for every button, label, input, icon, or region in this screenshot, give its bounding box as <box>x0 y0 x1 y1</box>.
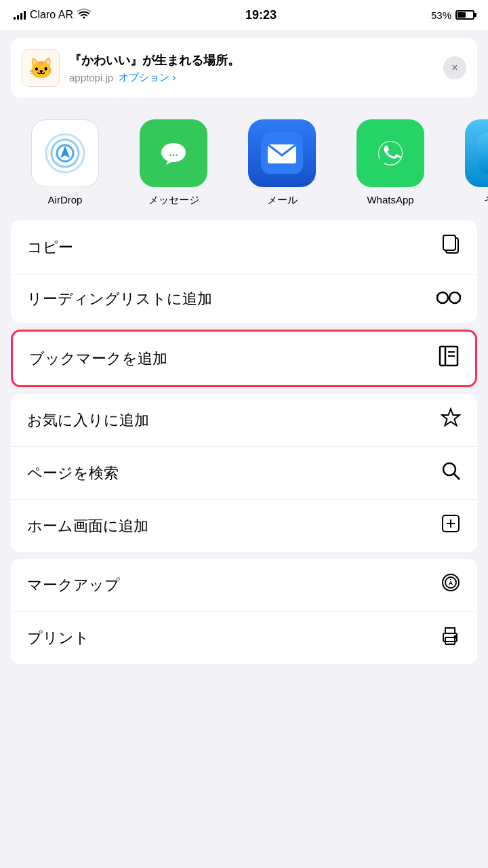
svg-point-39 <box>455 636 457 638</box>
svg-marker-27 <box>442 409 460 426</box>
action-bookmark[interactable]: ブックマークを追加 <box>13 332 475 385</box>
status-time: 19:23 <box>245 8 277 22</box>
app-item-more[interactable]: その他 <box>445 119 488 207</box>
preview-text: 『かわいい』が生まれる場所。 apptopi.jp オプション › <box>69 52 240 84</box>
url-line: apptopi.jp オプション › <box>69 71 240 84</box>
carrier-label: Claro AR <box>30 9 73 21</box>
svg-line-21 <box>436 295 437 298</box>
signal-icon <box>14 10 26 20</box>
svg-line-22 <box>460 295 461 298</box>
svg-rect-17 <box>443 235 455 250</box>
action-section-3: お気に入りに追加 ページを検索 ホーム画面に追加 <box>11 394 477 552</box>
action-print[interactable]: プリント <box>11 612 477 664</box>
markup-label: マークアップ <box>27 575 120 595</box>
favorites-label: お気に入りに追加 <box>27 410 149 431</box>
svg-text:A: A <box>449 580 453 587</box>
whatsapp-icon <box>357 119 424 187</box>
app-row: AirDrop ... メッセージ <box>0 106 488 220</box>
svg-line-29 <box>454 474 460 479</box>
svg-point-18 <box>437 292 448 303</box>
whatsapp-label: WhatsApp <box>367 194 413 205</box>
svg-rect-12 <box>478 132 488 174</box>
messages-icon: ... <box>140 119 207 187</box>
action-find-on-page[interactable]: ページを検索 <box>11 447 477 500</box>
reading-list-label: リーディングリストに追加 <box>27 289 212 309</box>
share-sheet: 🐱 『かわいい』が生まれる場所。 apptopi.jp オプション › × <box>0 38 488 691</box>
preview-domain: apptopi.jp <box>69 72 113 83</box>
plus-square-icon <box>441 513 461 538</box>
search-icon <box>441 460 461 486</box>
more-icon <box>465 119 488 187</box>
mail-icon <box>248 119 316 187</box>
options-link[interactable]: オプション › <box>119 71 176 84</box>
action-reading-list[interactable]: リーディングリストに追加 <box>11 275 477 323</box>
status-left: Claro AR <box>14 8 91 22</box>
bookmark-label: ブックマークを追加 <box>29 349 167 369</box>
close-button[interactable]: × <box>443 56 466 79</box>
action-copy[interactable]: コピー <box>11 220 477 275</box>
more-label: その他 <box>484 194 489 207</box>
action-add-to-home[interactable]: ホーム画面に追加 <box>11 500 477 552</box>
battery-fill <box>458 12 466 18</box>
print-label: プリント <box>27 628 89 648</box>
app-item-whatsapp[interactable]: WhatsApp <box>336 119 445 205</box>
battery-percentage: 53% <box>431 9 451 21</box>
action-section-1: コピー リーディングリストに追加 <box>11 220 477 323</box>
svg-text:...: ... <box>169 146 178 158</box>
airdrop-icon <box>31 119 99 187</box>
airdrop-label: AirDrop <box>48 194 83 205</box>
messages-label: メッセージ <box>148 194 199 207</box>
action-list: コピー リーディングリストに追加 <box>11 220 477 664</box>
preview-icon: 🐱 <box>22 49 60 87</box>
preview-left: 🐱 『かわいい』が生まれる場所。 apptopi.jp オプション › <box>22 49 240 87</box>
glasses-icon <box>436 288 461 309</box>
svg-marker-3 <box>60 146 70 158</box>
svg-point-28 <box>443 463 455 475</box>
markup-icon: A <box>441 572 461 597</box>
find-on-page-label: ページを検索 <box>27 463 119 484</box>
action-favorites[interactable]: お気に入りに追加 <box>11 394 477 447</box>
add-to-home-label: ホーム画面に追加 <box>27 516 148 536</box>
copy-icon <box>441 234 461 260</box>
book-icon <box>439 345 459 372</box>
status-right: 53% <box>431 9 474 21</box>
print-icon <box>439 625 461 650</box>
action-markup[interactable]: マークアップ A <box>11 559 477 612</box>
svg-point-19 <box>449 292 460 303</box>
app-item-mail[interactable]: メール <box>228 119 336 207</box>
status-bar: Claro AR 19:23 53% <box>0 0 488 30</box>
wifi-icon <box>77 8 91 22</box>
battery-icon <box>455 10 474 20</box>
star-icon <box>441 408 461 433</box>
mail-label: メール <box>267 194 298 207</box>
app-item-messages[interactable]: ... メッセージ <box>119 119 228 207</box>
preview-title: 『かわいい』が生まれる場所。 <box>69 52 240 68</box>
action-section-bookmark: ブックマークを追加 <box>11 330 477 387</box>
action-section-4: マークアップ A プリント <box>11 559 477 664</box>
preview-card: 🐱 『かわいい』が生まれる場所。 apptopi.jp オプション › × <box>11 38 477 98</box>
copy-label: コピー <box>27 237 73 258</box>
app-item-airdrop[interactable]: AirDrop <box>11 119 119 205</box>
